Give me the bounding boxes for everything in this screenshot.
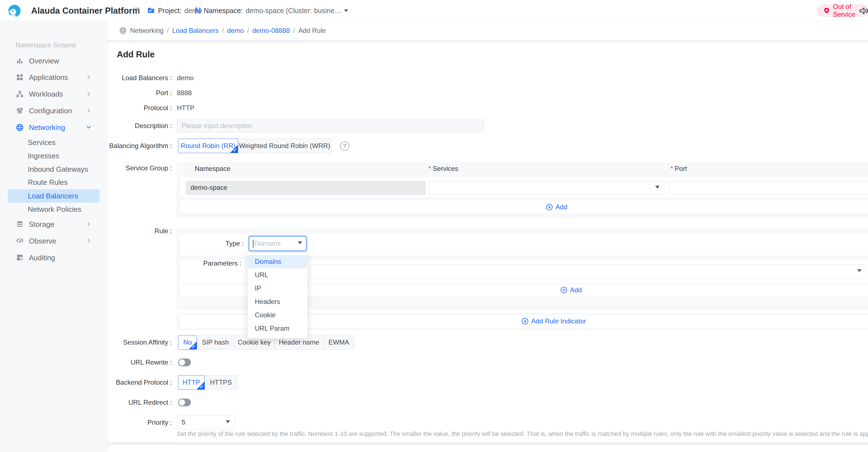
chevron-down-icon bbox=[226, 420, 230, 426]
chevron-down-icon bbox=[85, 124, 92, 131]
breadcrumb-item-demo[interactable]: demo bbox=[227, 27, 244, 34]
breadcrumb-separator: / bbox=[293, 27, 295, 34]
globe-icon bbox=[119, 27, 127, 34]
announcement-icon[interactable] bbox=[858, 5, 868, 17]
balancing-algorithm-label: Balancing Algorithm : bbox=[107, 141, 172, 150]
column-header-port: *Port bbox=[671, 165, 687, 173]
sidebar-item-label: Auditing bbox=[29, 253, 55, 262]
sidebar-item-load-balancers[interactable]: Load Balancers bbox=[8, 189, 100, 203]
service-group-add-row bbox=[180, 201, 868, 213]
sidebar-section-label: Namespace Scoped bbox=[16, 41, 76, 49]
sidebar-item-network-policies[interactable]: Network Policies bbox=[0, 203, 107, 216]
required-marker: * bbox=[428, 165, 431, 172]
sidebar-item-label: Configuration bbox=[29, 107, 72, 115]
sidebar-item-label: Applications bbox=[29, 73, 68, 82]
rule-type-select[interactable]: Domains bbox=[249, 236, 307, 251]
column-header-services: *Services bbox=[428, 165, 458, 173]
sidebar-item-label: Load Balancers bbox=[28, 192, 78, 201]
priority-value: 5 bbox=[182, 418, 185, 426]
sidebar-item-configuration[interactable]: Configuration bbox=[0, 103, 107, 119]
add-rule-indicator-button[interactable]: Add Rule Indicator bbox=[521, 317, 586, 325]
sidebar-item-overview[interactable]: Overview bbox=[0, 53, 107, 69]
namespace-field[interactable]: demo-space bbox=[186, 181, 426, 195]
protocol-label: Protocol : bbox=[107, 103, 172, 113]
sidebar-item-storage[interactable]: Storage bbox=[0, 216, 107, 232]
chevron-right-icon bbox=[85, 220, 92, 228]
url-redirect-label: URL Redirect : bbox=[107, 398, 172, 407]
rule-parameters-label: Parameters : bbox=[177, 259, 242, 268]
services-select[interactable] bbox=[428, 181, 664, 195]
database-icon bbox=[16, 220, 24, 229]
session-option-ewma[interactable]: EWMA bbox=[323, 335, 354, 350]
backend-option-https[interactable]: HTTPS bbox=[205, 375, 237, 390]
sidebar-item-networking[interactable]: Networking bbox=[0, 120, 107, 135]
backend-protocol-group: HTTP HTTPS bbox=[178, 375, 237, 390]
selected-check-icon bbox=[189, 341, 197, 350]
app-header: Alauda Container Platform Project: demo … bbox=[0, 0, 868, 21]
shield-alert-icon bbox=[823, 7, 831, 14]
sidebar-item-inbound-gateways[interactable]: Inbound Gateways bbox=[0, 162, 107, 176]
service-group-add-button[interactable]: Add bbox=[546, 203, 567, 211]
sidebar-item-label: Workloads bbox=[29, 90, 63, 98]
breadcrumb: Networking / Load Balancers / demo / dem… bbox=[107, 21, 868, 40]
app-launcher-icon[interactable] bbox=[133, 7, 140, 14]
page-title: Add Rule bbox=[117, 50, 155, 60]
balancing-option-wrr[interactable]: Weighted Round Robin (WRR) bbox=[238, 139, 331, 153]
priority-select[interactable]: 5 bbox=[177, 415, 235, 430]
chevron-right-icon bbox=[85, 237, 92, 244]
breadcrumb-item: Networking bbox=[130, 27, 163, 34]
breadcrumb-separator: / bbox=[167, 27, 169, 34]
column-header-namespace: Namespace bbox=[195, 165, 230, 173]
menu-option-cookie[interactable]: Cookie bbox=[248, 308, 307, 322]
divider bbox=[26, 5, 26, 16]
add-label: Add Rule Indicator bbox=[531, 317, 586, 325]
sidebar-item-route-rules[interactable]: Route Rules bbox=[0, 176, 107, 189]
breadcrumb-separator: / bbox=[247, 27, 249, 34]
help-icon[interactable]: ? bbox=[340, 141, 349, 151]
rule-type-dropdown-menu: Domains URL IP Headers Cookie URL Param bbox=[248, 253, 307, 338]
sidebar-item-workloads[interactable]: Workloads bbox=[0, 86, 107, 102]
sidebar-item-label: Network Policies bbox=[28, 205, 81, 214]
description-input[interactable] bbox=[177, 119, 484, 132]
plus-circle-icon bbox=[560, 286, 568, 294]
sidebar-item-observe[interactable]: Observe bbox=[0, 233, 107, 249]
balancing-option-rr[interactable]: Round Robin (RR) bbox=[178, 139, 238, 153]
add-label: Add bbox=[556, 203, 567, 211]
menu-option-url-param[interactable]: URL Param bbox=[248, 322, 307, 335]
alauda-logo bbox=[8, 4, 21, 18]
sidebar-item-label: Ingresses bbox=[28, 152, 59, 160]
plus-circle-icon bbox=[546, 203, 553, 211]
rule-label: Rule : bbox=[107, 227, 172, 236]
sidebar-item-label: Inbound Gateways bbox=[28, 165, 88, 174]
menu-option-url[interactable]: URL bbox=[248, 268, 307, 282]
sidebar: Namespace Scoped Overview Applications W… bbox=[0, 21, 107, 452]
session-option-no[interactable]: No bbox=[178, 335, 197, 350]
breadcrumb-item-load-balancers[interactable]: Load Balancers bbox=[172, 27, 219, 34]
session-option-sip-hash[interactable]: SIP hash bbox=[197, 335, 234, 350]
bar-chart-icon bbox=[16, 57, 24, 65]
option-label: Weighted Round Robin (WRR) bbox=[239, 142, 330, 150]
project-switcher[interactable]: Project: demo bbox=[147, 0, 202, 21]
breadcrumb-item-current: Add Rule bbox=[298, 27, 326, 34]
service-group-label: Service Group : bbox=[107, 164, 172, 173]
url-redirect-toggle[interactable] bbox=[178, 398, 191, 406]
url-rewrite-toggle[interactable] bbox=[178, 359, 191, 366]
namespace-switcher[interactable]: N Namespace: demo-space (Cluster: busine… bbox=[195, 0, 348, 21]
rule-parameters-select[interactable] bbox=[310, 264, 866, 278]
sidebar-item-ingresses[interactable]: Ingresses bbox=[0, 149, 107, 162]
required-marker: * bbox=[671, 165, 673, 172]
breadcrumb-item-demo-08888[interactable]: demo-08888 bbox=[252, 27, 290, 34]
priority-label: Priority : bbox=[107, 418, 172, 427]
sidebar-item-services[interactable]: Services bbox=[0, 136, 107, 149]
backend-option-http[interactable]: HTTP bbox=[178, 375, 205, 390]
plus-circle-icon bbox=[521, 317, 529, 325]
sidebar-item-auditing[interactable]: Auditing bbox=[0, 250, 107, 266]
app-title: Alauda Container Platform bbox=[31, 6, 140, 16]
rule-add-button[interactable]: Add bbox=[560, 286, 582, 294]
menu-option-ip[interactable]: IP bbox=[248, 282, 307, 295]
menu-option-domains[interactable]: Domains bbox=[248, 255, 307, 268]
session-affinity-label: Session Affinity : bbox=[107, 338, 172, 347]
sidebar-item-applications[interactable]: Applications bbox=[0, 69, 107, 85]
port-field[interactable] bbox=[669, 181, 868, 195]
menu-option-headers[interactable]: Headers bbox=[248, 295, 307, 308]
